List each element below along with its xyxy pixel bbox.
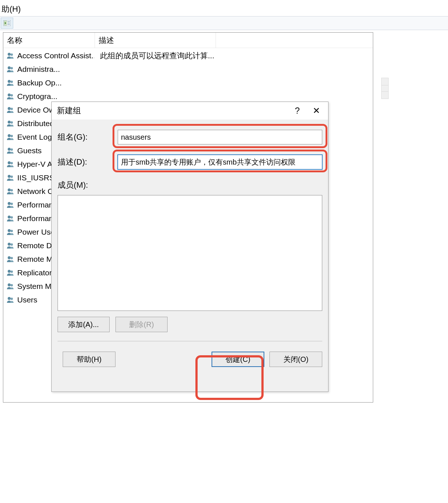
list-item[interactable]: Backup Op... <box>3 76 373 89</box>
svg-point-37 <box>11 257 13 259</box>
svg-point-28 <box>8 202 11 205</box>
group-icon <box>6 228 15 236</box>
svg-point-32 <box>8 229 11 232</box>
group-icon <box>6 255 15 264</box>
svg-point-19 <box>11 135 13 137</box>
menu-help[interactable]: 助(H) <box>0 4 21 14</box>
group-icon <box>6 214 15 223</box>
svg-point-27 <box>11 189 13 191</box>
svg-point-36 <box>8 256 11 259</box>
svg-point-13 <box>11 94 13 96</box>
new-group-dialog: 新建组 ? ✕ 组名(G): 描述(D): <box>51 102 328 392</box>
group-icon <box>6 173 15 182</box>
group-icon <box>6 51 15 60</box>
svg-point-16 <box>8 121 11 124</box>
svg-point-10 <box>8 80 11 83</box>
description-label: 描述(D): <box>58 157 118 168</box>
group-name: Backup Op... <box>17 78 94 87</box>
svg-point-39 <box>11 270 13 272</box>
members-label: 成员(M): <box>58 180 322 191</box>
list-item[interactable]: Access Control Assist...此组的成员可以远程查询此计算..… <box>3 49 373 62</box>
group-name: Administra... <box>17 65 94 74</box>
right-mini-scrollbar[interactable] <box>381 78 389 99</box>
column-header-spare[interactable] <box>216 33 373 48</box>
create-button[interactable]: 创建(C) <box>212 352 264 367</box>
svg-point-20 <box>8 148 11 151</box>
group-icon <box>6 201 15 209</box>
svg-point-9 <box>11 67 13 69</box>
svg-point-17 <box>11 121 13 123</box>
close-icon: ✕ <box>313 106 320 116</box>
svg-point-24 <box>8 175 11 178</box>
group-icon <box>6 119 15 128</box>
svg-rect-4 <box>7 23 10 23</box>
svg-point-25 <box>11 175 13 177</box>
group-icon <box>6 133 15 142</box>
list-header: 名称 描述 <box>3 33 373 48</box>
toolbar-button[interactable] <box>1 18 13 29</box>
group-icon <box>6 146 15 155</box>
scroll-down-icon[interactable] <box>382 91 388 99</box>
menu-bar: 助(H) <box>0 0 448 16</box>
svg-point-22 <box>8 161 11 164</box>
svg-point-6 <box>8 53 11 56</box>
group-icon <box>6 241 15 250</box>
help-button[interactable]: 帮助(H) <box>63 352 115 367</box>
group-icon <box>6 282 15 291</box>
svg-point-26 <box>8 188 11 191</box>
members-listbox[interactable] <box>58 195 322 311</box>
list-item[interactable]: Administra... <box>3 62 373 76</box>
svg-point-11 <box>11 80 13 82</box>
group-icon <box>6 78 15 87</box>
dialog-titlebar: 新建组 ? ✕ <box>52 102 328 120</box>
scroll-up-icon[interactable] <box>382 78 388 85</box>
toolbar <box>0 16 448 30</box>
group-name: Access Control Assist... <box>17 51 94 60</box>
svg-rect-3 <box>7 21 10 22</box>
svg-point-12 <box>8 93 11 96</box>
svg-rect-5 <box>7 24 10 25</box>
list-item[interactable]: Cryptogra... <box>3 89 373 103</box>
svg-point-40 <box>8 283 11 286</box>
close-button[interactable]: 关闭(O) <box>269 352 322 367</box>
properties-icon <box>3 20 11 26</box>
column-header-name[interactable]: 名称 <box>3 33 95 48</box>
group-icon <box>6 187 15 196</box>
group-name: Cryptogra... <box>17 92 94 101</box>
svg-point-31 <box>11 216 13 218</box>
svg-point-35 <box>11 243 13 245</box>
svg-point-34 <box>8 243 11 246</box>
group-icon <box>6 106 15 114</box>
svg-point-14 <box>8 107 11 110</box>
column-header-desc[interactable]: 描述 <box>95 33 216 48</box>
dialog-close-button[interactable]: ✕ <box>307 103 326 118</box>
svg-point-8 <box>8 66 11 69</box>
svg-point-18 <box>8 134 11 137</box>
add-member-button[interactable]: 添加(A)... <box>58 317 110 332</box>
remove-member-button: 删除(R) <box>115 317 168 332</box>
group-icon <box>6 295 15 304</box>
group-icon <box>6 160 15 169</box>
svg-point-30 <box>8 216 11 219</box>
svg-point-21 <box>11 148 13 150</box>
group-desc: 此组的成员可以远程查询此计算... <box>94 51 214 61</box>
svg-point-15 <box>11 107 13 110</box>
svg-point-41 <box>11 284 13 286</box>
groupname-label: 组名(G): <box>58 132 118 143</box>
svg-point-38 <box>8 270 11 273</box>
group-icon <box>6 92 15 101</box>
groupname-input[interactable] <box>118 130 322 144</box>
svg-point-42 <box>8 297 11 300</box>
group-icon <box>6 65 15 74</box>
svg-point-33 <box>11 230 13 232</box>
svg-point-29 <box>11 202 13 205</box>
svg-point-7 <box>11 53 13 55</box>
group-icon <box>6 268 15 277</box>
svg-point-23 <box>11 162 13 164</box>
dialog-title: 新建组 <box>57 105 288 116</box>
dialog-help-button[interactable]: ? <box>288 103 307 118</box>
svg-point-43 <box>11 297 13 300</box>
description-input[interactable] <box>118 155 322 169</box>
